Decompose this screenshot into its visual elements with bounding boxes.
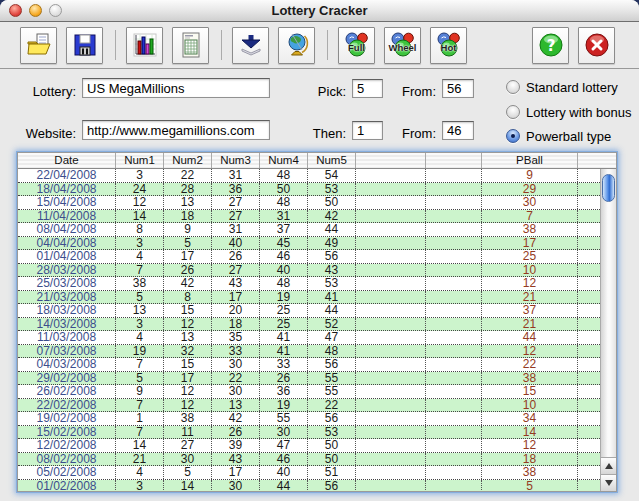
lottery-input[interactable] xyxy=(82,78,270,98)
blank-cell xyxy=(356,385,426,398)
date-cell: 11/04/2008 xyxy=(18,210,116,223)
num-cell: 3 xyxy=(116,169,164,182)
title-bar[interactable]: Lottery Cracker xyxy=(0,0,639,22)
lottery-balls-icon xyxy=(343,31,371,59)
table-row[interactable]: 11/03/200841335414744 xyxy=(18,331,602,345)
num-cell: 14 xyxy=(164,480,212,492)
radio-circle[interactable] xyxy=(506,80,520,94)
then-from-input[interactable] xyxy=(442,121,474,140)
blank-cell xyxy=(426,264,482,277)
blank-cell xyxy=(356,345,426,358)
num-cell: 22 xyxy=(308,399,356,412)
bar-chart-icon xyxy=(131,31,159,59)
column-header[interactable]: PBall xyxy=(482,153,578,168)
table-row[interactable]: 25/03/2008384243485312 xyxy=(18,277,602,291)
column-header[interactable]: Date xyxy=(18,153,116,168)
radio-standard-lottery[interactable]: Standard lottery xyxy=(506,79,618,95)
radio-lottery-with-bonus[interactable]: Lottery with bonus xyxy=(506,104,632,120)
num-cell: 42 xyxy=(164,277,212,290)
hot-button[interactable]: Hot xyxy=(430,27,467,64)
toolbar: Full Wheel Hot xyxy=(0,22,639,69)
table-row[interactable]: 28/03/200872627404310 xyxy=(18,264,602,278)
pick-input[interactable] xyxy=(352,79,383,98)
table-row[interactable]: 26/02/200891230365515 xyxy=(18,385,602,399)
num-cell: 30 xyxy=(212,385,260,398)
radio-circle[interactable] xyxy=(506,129,520,143)
exit-button[interactable] xyxy=(578,27,615,64)
num-cell: 33 xyxy=(260,358,308,371)
column-header[interactable] xyxy=(356,153,426,168)
website-input[interactable] xyxy=(82,120,270,140)
table-row[interactable]: 18/04/2008242836505329 xyxy=(18,183,602,197)
column-header[interactable]: Num3 xyxy=(212,153,260,168)
table-row[interactable]: 22/02/200871213192210 xyxy=(18,399,602,413)
blank-cell xyxy=(356,237,426,250)
date-cell: 25/03/2008 xyxy=(18,277,116,290)
num-cell: 13 xyxy=(164,331,212,344)
num-cell: 30 xyxy=(260,426,308,439)
table-row[interactable]: 15/02/200871126305314 xyxy=(18,426,602,440)
full-button[interactable]: Full xyxy=(338,27,375,64)
scrollbar-thumb[interactable] xyxy=(602,174,615,202)
blank-cell xyxy=(426,318,482,331)
num-cell: 3 xyxy=(116,318,164,331)
num-cell: 27 xyxy=(212,264,260,277)
pick-from-input[interactable] xyxy=(442,79,474,98)
table-row[interactable]: 07/03/2008193233414812 xyxy=(18,345,602,359)
table-row[interactable]: 22/04/20083223148549 xyxy=(18,169,602,183)
table-row[interactable]: 12/02/2008142739475012 xyxy=(18,439,602,453)
num-cell: 22 xyxy=(164,169,212,182)
table-row[interactable]: 19/02/200813842555634 xyxy=(18,412,602,426)
table-row[interactable]: 01/02/20083143044565 xyxy=(18,480,602,492)
pball-cell: 12 xyxy=(482,277,578,290)
column-header[interactable]: Num4 xyxy=(260,153,308,168)
save-button[interactable] xyxy=(66,27,103,64)
table-row[interactable]: 04/04/20083540454917 xyxy=(18,237,602,251)
blank-cell xyxy=(578,345,602,358)
table-header: DateNum1Num2Num3Num4Num5PBall xyxy=(18,153,616,169)
table-row[interactable]: 04/03/200871530335622 xyxy=(18,358,602,372)
wheel-button[interactable]: Wheel xyxy=(384,27,421,64)
column-header[interactable] xyxy=(426,153,482,168)
num-cell: 30 xyxy=(212,358,260,371)
table-row[interactable]: 08/02/2008213043465018 xyxy=(18,453,602,467)
radio-circle[interactable] xyxy=(506,105,520,119)
num-cell: 17 xyxy=(164,372,212,385)
lottery-balls-icon xyxy=(389,31,417,59)
open-file-button[interactable] xyxy=(20,27,57,64)
table-row[interactable]: 14/03/200831218255221 xyxy=(18,318,602,332)
vertical-scrollbar[interactable] xyxy=(600,169,616,491)
num-cell: 55 xyxy=(308,385,356,398)
table-row[interactable]: 08/04/20088931374438 xyxy=(18,223,602,237)
column-header[interactable] xyxy=(578,153,602,168)
blank-cell xyxy=(578,196,602,209)
radio-powerball-type[interactable]: Powerball type xyxy=(506,128,611,144)
spreadsheet-button[interactable] xyxy=(172,27,209,64)
table-body: 22/04/2008322314854918/04/20082428365053… xyxy=(18,169,602,491)
table-row[interactable]: 11/04/200814182731427 xyxy=(18,210,602,224)
table-row[interactable]: 01/04/200841726465625 xyxy=(18,250,602,264)
scroll-down-button[interactable] xyxy=(601,474,616,491)
then-input[interactable] xyxy=(352,121,383,140)
date-cell: 08/02/2008 xyxy=(18,453,116,466)
column-header[interactable]: Num2 xyxy=(164,153,212,168)
table-row[interactable]: 05/02/20084517405138 xyxy=(18,466,602,480)
pball-cell: 38 xyxy=(482,223,578,236)
table-row[interactable]: 21/03/20085817194121 xyxy=(18,291,602,305)
num-cell: 56 xyxy=(308,480,356,492)
num-cell: 47 xyxy=(308,331,356,344)
table-row[interactable]: 15/04/2008121327485030 xyxy=(18,196,602,210)
table-row[interactable]: 29/02/200851722265538 xyxy=(18,372,602,386)
website-button[interactable] xyxy=(278,27,315,64)
num-cell: 52 xyxy=(308,318,356,331)
column-header[interactable]: Num5 xyxy=(308,153,356,168)
num-cell: 41 xyxy=(260,331,308,344)
num-cell: 38 xyxy=(164,412,212,425)
table-row[interactable]: 18/03/2008131520254437 xyxy=(18,304,602,318)
import-button[interactable] xyxy=(232,27,269,64)
help-button[interactable]: ? xyxy=(532,27,569,64)
num-cell: 50 xyxy=(308,196,356,209)
scroll-up-button[interactable] xyxy=(601,457,616,474)
chart-button[interactable] xyxy=(126,27,163,64)
column-header[interactable]: Num1 xyxy=(116,153,164,168)
